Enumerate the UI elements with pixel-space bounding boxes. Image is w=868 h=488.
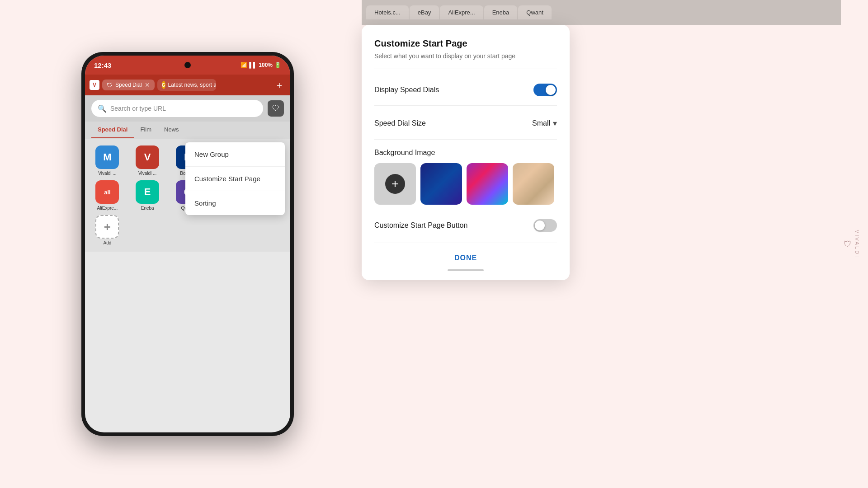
tab-bar: V 🛡 Speed Dial ✕ G Latest news, sport an… (85, 75, 290, 95)
context-menu-item-new-group[interactable]: New Group (185, 142, 285, 167)
toggle-knob-customize-btn (535, 221, 545, 230)
sd-label-add: Add (104, 240, 112, 245)
sd-item-vivaldi1[interactable]: M Vivaldi ... (90, 145, 125, 176)
battery-label: 100% (259, 62, 273, 68)
display-speed-dials-label: Display Speed Dials (374, 86, 439, 94)
bg-image-add[interactable]: + (374, 163, 416, 205)
background-image-section: Background Image + (374, 149, 557, 205)
sd-label-vivaldi1: Vivaldi ... (98, 171, 116, 176)
search-bar-row: 🔍 Search or type URL 🛡 (85, 95, 290, 122)
background-image-label: Background Image (374, 149, 557, 157)
status-time: 12:43 (94, 61, 111, 69)
tab-speed-dial[interactable]: 🛡 Speed Dial ✕ (102, 80, 155, 90)
tab-close-icon[interactable]: ✕ (145, 81, 150, 89)
speed-dial-size-select[interactable]: Small ▾ (532, 118, 557, 128)
tab-news[interactable]: G Latest news, sport an... (157, 79, 216, 91)
bg-image-purple-gradient[interactable] (467, 163, 508, 205)
customize-button-toggle[interactable] (533, 219, 557, 232)
sd-label-aliexpress: AliExpre... (97, 206, 118, 211)
phone-container: 12:43 📶 ▌▌ 100% 🔋 V 🛡 Speed Dial ✕ (81, 52, 294, 436)
status-icons: 📶 ▌▌ 100% 🔋 (241, 62, 281, 68)
bg-image-warm[interactable] (513, 163, 554, 205)
tab-news-label: Latest news, sport an... (168, 82, 216, 88)
chevron-down-icon: ▾ (553, 118, 557, 128)
sd-item-eneba[interactable]: E Eneba (130, 180, 165, 211)
dialog-indicator (448, 269, 484, 271)
sd-icon-aliexpress: ali (95, 180, 119, 204)
context-menu-item-sorting[interactable]: Sorting (185, 191, 285, 215)
sd-icon-eneba: E (136, 180, 159, 204)
customize-button-row: Customize Start Page Button (374, 216, 557, 243)
tab-news-nav[interactable]: News (158, 122, 185, 138)
bg-tab-aliexpress[interactable]: AliExpre... (440, 5, 483, 19)
sd-item-add[interactable]: + Add (90, 215, 125, 245)
sd-icon-add: + (95, 215, 119, 239)
dialog-subtitle: Select what you want to display on your … (374, 52, 557, 69)
battery-icon: 🔋 (274, 62, 281, 68)
display-speed-dials-row: Display Speed Dials (374, 80, 557, 106)
sd-icon-vivaldi2: V (136, 145, 159, 169)
plus-icon: + (392, 178, 399, 190)
bg-image-dark-blue[interactable] (420, 163, 462, 205)
signal-icon: ▌▌ (249, 62, 257, 68)
search-input-area[interactable]: 🔍 Search or type URL (91, 100, 263, 117)
sd-item-aliexpress[interactable]: ali AliExpre... (90, 180, 125, 211)
vivaldi-logo-icon: V (90, 80, 99, 90)
search-placeholder-text: Search or type URL (110, 105, 166, 112)
bg-tab-eneba[interactable]: Eneba (484, 5, 518, 19)
speed-dial-size-label: Speed Dial Size (374, 119, 426, 127)
context-menu-item-customize[interactable]: Customize Start Page (185, 167, 285, 191)
phone-shell: 12:43 📶 ▌▌ 100% 🔋 V 🛡 Speed Dial ✕ (81, 52, 294, 436)
sd-icon-vivaldi1: M (95, 145, 119, 169)
done-button[interactable]: DONE (374, 250, 557, 264)
tab-news-icon: G (162, 81, 165, 89)
vivaldi-shield-button[interactable]: 🛡 (268, 100, 284, 117)
search-icon: 🔍 (98, 104, 107, 113)
tab-speed-dial-nav[interactable]: Speed Dial (91, 122, 134, 138)
bg-tab-hotels[interactable]: Hotels.c... (366, 5, 409, 19)
wifi-icon: 📶 (241, 62, 247, 68)
speed-dial-size-row: Speed Dial Size Small ▾ (374, 115, 557, 140)
customize-button-label: Customize Start Page Button (374, 221, 467, 230)
phone-screen: 12:43 📶 ▌▌ 100% 🔋 V 🛡 Speed Dial ✕ (85, 56, 290, 432)
dialog-title: Customize Start Page (374, 38, 557, 49)
tab-speed-dial-label: Speed Dial (115, 82, 142, 88)
toggle-knob-speed-dials (546, 85, 556, 95)
speed-dial-tabs: Speed Dial Film News (85, 122, 290, 139)
customize-dialog: Customize Start Page Select what you wan… (362, 25, 570, 280)
sd-label-eneba: Eneba (141, 206, 154, 211)
bg-tab-qwant[interactable]: Qwant (518, 5, 552, 19)
add-bg-circle: + (385, 174, 405, 194)
context-menu: New Group Customize Start Page Sorting (185, 142, 285, 215)
tab-shield-icon: 🛡 (107, 82, 113, 89)
vivaldi-logo-watermark: 🛡 (842, 239, 852, 249)
sd-label-vivaldi2: Vivaldi ... (138, 171, 156, 176)
tab-film-nav[interactable]: Film (134, 122, 158, 138)
vivaldi-text: VIVALDI (854, 230, 860, 258)
tab-add-button[interactable]: ＋ (273, 79, 286, 91)
status-bar: 12:43 📶 ▌▌ 100% 🔋 (85, 56, 290, 75)
status-camera (184, 62, 191, 68)
background-images-row: + (374, 163, 557, 205)
sd-item-vivaldi2[interactable]: V Vivaldi ... (130, 145, 165, 176)
display-speed-dials-toggle[interactable] (533, 84, 557, 96)
bg-browser-tabs: Hotels.c... eBay AliExpre... Eneba Qwant (362, 0, 841, 25)
bg-tab-ebay[interactable]: eBay (410, 5, 439, 19)
speed-dial-size-value: Small (532, 119, 550, 127)
vivaldi-watermark: VIVALDI 🛡 (842, 230, 860, 258)
